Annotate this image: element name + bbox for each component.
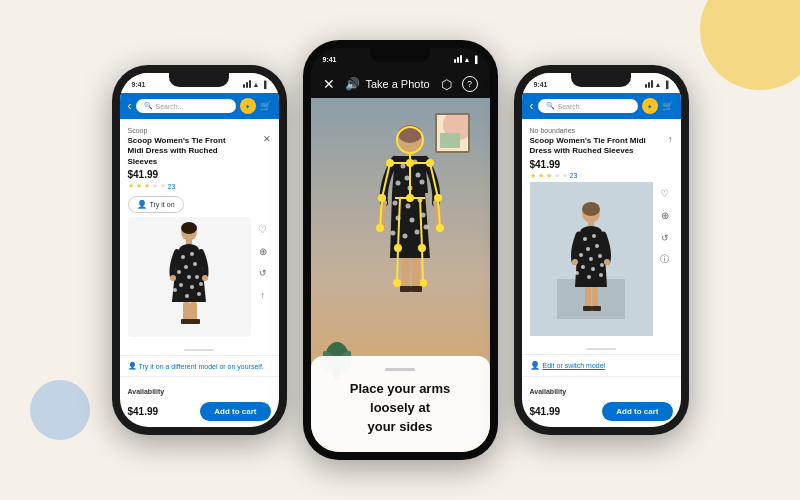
product-title-left: Scoop Women's Tie Front Midi Dress with … [128, 136, 242, 167]
stars-row-right: ★ ★ ★ ★ ★ 23 [530, 172, 673, 180]
signal-c3 [460, 55, 462, 63]
instruction-text: Place your arms loosely at your sides [350, 381, 450, 434]
search-icon-right: 🔍 [546, 102, 555, 110]
svg-rect-21 [181, 319, 191, 324]
svg-rect-69 [400, 286, 411, 292]
svg-point-86 [589, 257, 593, 261]
svg-rect-22 [190, 319, 200, 324]
rotate-icon-right[interactable]: ↺ [657, 230, 673, 246]
svg-rect-68 [412, 258, 420, 288]
phone-center: 9:41 ▲ ▐ ✕ 🔊 Take a Photo [303, 40, 498, 460]
price-cart-row-right: $41.99 Add to cart [522, 398, 681, 427]
edit-link-text[interactable]: Edit or switch model [543, 362, 606, 369]
notch-left [169, 73, 229, 87]
svg-point-64 [418, 244, 426, 252]
star4: ★ [152, 182, 158, 190]
sound-icon-center[interactable]: 🔊 [345, 77, 360, 91]
phone-left: 9:41 ▲ ▐ ‹ 🔍 Search... ✦ [112, 65, 287, 435]
review-count-right: 23 [570, 172, 578, 179]
camera-icon-center[interactable]: ⬡ [441, 77, 452, 92]
try-it-link-left[interactable]: 👤 Try it on a different model or on your… [128, 362, 264, 370]
take-photo-label: Take a Photo [365, 78, 429, 90]
review-count-left: 23 [168, 183, 176, 190]
try-it-text-left: Try it on a different model or on yourse… [139, 363, 264, 370]
svg-point-18 [202, 275, 208, 281]
cart-icon-left[interactable]: 🛒 [260, 101, 271, 111]
svg-point-88 [581, 265, 585, 269]
phone-right-screen: 9:41 ▲ ▐ ‹ 🔍 Search ✦ [522, 73, 681, 427]
svg-point-42 [424, 225, 429, 230]
side-icons-left: ♡ ⊕ ↺ ↑ [255, 217, 271, 337]
svg-point-87 [598, 254, 602, 258]
svg-point-65 [393, 279, 401, 287]
signal-r1 [645, 84, 647, 88]
svg-point-7 [193, 262, 197, 266]
zoom-icon-right[interactable]: ⊕ [657, 208, 673, 224]
svg-point-37 [410, 218, 415, 223]
svg-rect-67 [402, 258, 410, 288]
info-icon-right[interactable]: ⓘ [657, 252, 673, 268]
phone-right: 9:41 ▲ ▐ ‹ 🔍 Search ✦ [514, 65, 689, 435]
svg-point-41 [415, 230, 420, 235]
share-icon-left[interactable]: ↑ [255, 287, 271, 303]
bottom-bar-right: 👤 Edit or switch model [522, 354, 681, 376]
battery-icon-right: ▐ [664, 81, 669, 88]
search-bar-right[interactable]: 🔍 Search [538, 99, 638, 113]
bottom-price-left: $41.99 [128, 406, 159, 417]
svg-point-81 [583, 237, 587, 241]
phones-container: 9:41 ▲ ▐ ‹ 🔍 Search... ✦ [112, 40, 689, 460]
rotate-icon-left[interactable]: ↺ [255, 265, 271, 281]
svg-point-92 [587, 275, 591, 279]
star5: ★ [160, 182, 166, 190]
svg-point-13 [199, 282, 203, 286]
svg-point-40 [403, 234, 408, 239]
close-icon-left[interactable]: ✕ [263, 134, 271, 144]
svg-rect-96 [585, 287, 591, 307]
svg-point-16 [197, 292, 201, 296]
signal-c2 [457, 57, 459, 63]
svg-rect-99 [592, 306, 601, 311]
search-bar-left[interactable]: 🔍 Search... [136, 99, 236, 113]
notch-right [571, 73, 631, 87]
signal-c1 [454, 59, 456, 63]
brand-left: Scoop [128, 127, 271, 134]
svg-point-29 [416, 173, 421, 178]
share-icon-right[interactable]: ↑ [668, 134, 673, 144]
svg-point-84 [595, 244, 599, 248]
cart-icon-right[interactable]: 🛒 [662, 101, 673, 111]
add-to-cart-right[interactable]: Add to cart [602, 402, 672, 421]
signal-3 [249, 80, 251, 88]
model-svg-right [557, 199, 625, 319]
svg-point-10 [195, 275, 199, 279]
product-img-area-right: ♡ ⊕ ↺ ⓘ [530, 182, 673, 336]
rstar4: ★ [554, 172, 560, 180]
signal-r3 [651, 80, 653, 88]
zoom-icon-left[interactable]: ⊕ [255, 243, 271, 259]
edit-link-container: 👤 Edit or switch model [530, 361, 606, 370]
add-to-cart-left[interactable]: Add to cart [200, 402, 270, 421]
svg-point-62 [406, 194, 414, 202]
bottom-price-right: $41.99 [530, 406, 561, 417]
heart-icon-right[interactable]: ♡ [657, 186, 673, 202]
try-it-icon-left: 👤 [128, 362, 137, 370]
back-button-right[interactable]: ‹ [530, 99, 534, 113]
status-icons-left: ▲ ▐ [243, 80, 267, 88]
try-on-button-left[interactable]: 👤 Try it on [128, 196, 184, 213]
svg-line-52 [397, 248, 398, 283]
back-button-left[interactable]: ‹ [128, 99, 132, 113]
svg-point-90 [600, 263, 604, 267]
svg-point-55 [406, 159, 414, 167]
close-button-center[interactable]: ✕ [323, 76, 335, 92]
product-img-area-left: ♡ ⊕ ↺ ↑ [128, 217, 271, 337]
help-icon-center[interactable]: ? [462, 76, 478, 92]
svg-point-34 [406, 204, 411, 209]
wifi-icon-center: ▲ [464, 56, 471, 63]
svg-point-26 [401, 164, 406, 169]
heart-icon-left[interactable]: ♡ [255, 221, 271, 237]
instruction-box: Place your arms loosely at your sides [311, 356, 490, 452]
svg-point-60 [376, 224, 384, 232]
pose-skeleton-svg [360, 118, 460, 358]
svg-point-94 [572, 259, 578, 265]
search-placeholder-left: Search... [156, 103, 184, 110]
availability-label-right: Availability [530, 388, 567, 395]
